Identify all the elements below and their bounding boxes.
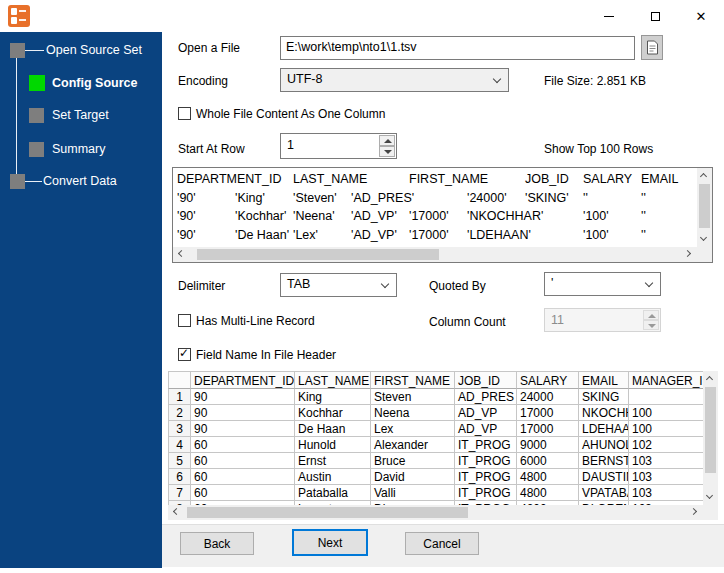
- cell: IT_PROG: [455, 453, 517, 469]
- cell: 4800: [517, 485, 579, 501]
- table-row[interactable]: 7 60 Pataballa Valli IT_PROG 4800 VPATAB…: [168, 485, 703, 501]
- sidebar-item-open-source-set: Open Source Set: [46, 43, 142, 57]
- cell: LDEHAAN: [579, 421, 629, 437]
- row-number: 4: [168, 437, 191, 453]
- browse-file-button[interactable]: [641, 35, 663, 60]
- table-row[interactable]: 5 60 Ernst Bruce IT_PROG 6000 BERNST 103: [168, 453, 703, 469]
- triangle-down-icon: [384, 150, 392, 154]
- app-icon-doc-bottom: [11, 17, 17, 24]
- start-at-row-stepper[interactable]: 1: [280, 133, 397, 159]
- cell: 9000: [517, 437, 579, 453]
- table-row[interactable]: 1 90 King Steven AD_PRES 24000 SKING: [168, 389, 703, 405]
- cell: Bruce: [371, 453, 455, 469]
- close-icon: ✕: [696, 10, 707, 23]
- quoted-by-select[interactable]: ': [544, 272, 661, 296]
- preview-horizontal-scrollbar[interactable]: [173, 247, 697, 262]
- column-header-job-id[interactable]: JOB_ID: [455, 371, 517, 389]
- cell: AD_VP: [455, 421, 517, 437]
- column-header-department-id[interactable]: DEPARTMENT_ID: [191, 371, 295, 389]
- cell: AD_PRES: [455, 389, 517, 405]
- start-at-row-spin-buttons: [379, 135, 395, 157]
- cell: Ernst: [295, 453, 371, 469]
- cell: AD_VP: [455, 405, 517, 421]
- cell: 90: [191, 405, 295, 421]
- next-button[interactable]: Next: [292, 529, 368, 556]
- raw-preview-line: '90' 'De Haan' 'Lex' 'AD_VP' '17000' 'LD…: [177, 226, 697, 245]
- scroll-up-arrow[interactable]: [703, 371, 718, 386]
- scroll-left-arrow[interactable]: [168, 505, 183, 520]
- step-marker-open-source-set: [10, 43, 25, 58]
- document-icon: [646, 40, 659, 55]
- grid-hscroll-thumb[interactable]: [187, 507, 468, 518]
- cell: DAUSTIN: [579, 469, 629, 485]
- cancel-button[interactable]: Cancel: [405, 532, 479, 555]
- back-button[interactable]: Back: [180, 532, 254, 555]
- app-icon-dash-bottom: [19, 19, 26, 21]
- table-row[interactable]: 2 90 Kochhar Neena AD_VP 17000 NKOCHHAR …: [168, 405, 703, 421]
- scroll-right-arrow[interactable]: [688, 505, 703, 520]
- spin-down-button[interactable]: [379, 146, 395, 157]
- scroll-up-arrow[interactable]: [697, 168, 712, 183]
- scroll-left-arrow[interactable]: [173, 247, 188, 262]
- open-file-label: Open a File: [178, 41, 240, 55]
- cell: [629, 389, 703, 405]
- scrollbar-corner: [697, 247, 712, 262]
- cell: 103: [629, 453, 703, 469]
- row-number: 1: [168, 389, 191, 405]
- maximize-button[interactable]: [632, 0, 678, 32]
- column-header-first-name[interactable]: FIRST_NAME: [371, 371, 455, 389]
- table-row[interactable]: 3 90 De Haan Lex AD_VP 17000 LDEHAAN 100: [168, 421, 703, 437]
- app-icon-doc-top: [11, 8, 17, 15]
- sidebar-item-convert-data: Convert Data: [43, 174, 117, 188]
- chevron-down-icon: [493, 75, 501, 83]
- close-button[interactable]: ✕: [678, 0, 724, 32]
- cell: VPATABAL: [579, 485, 629, 501]
- cell: 100: [629, 405, 703, 421]
- raw-preview-line: DEPARTMENT_ID LAST_NAME FIRST_NAME JOB_I…: [177, 170, 697, 189]
- whole-file-one-column-checkbox[interactable]: [178, 107, 191, 120]
- spin-up-button: [643, 310, 659, 320]
- spin-down-button: [643, 320, 659, 330]
- grid-horizontal-scrollbar[interactable]: [168, 505, 703, 520]
- sidebar-item-config-source: Config Source: [52, 76, 137, 90]
- delimiter-select[interactable]: TAB: [280, 273, 397, 297]
- raw-preview-text[interactable]: DEPARTMENT_ID LAST_NAME FIRST_NAME JOB_I…: [173, 168, 697, 247]
- field-name-in-header-checkbox[interactable]: ✓: [178, 348, 191, 361]
- minimize-button[interactable]: [586, 0, 632, 32]
- multi-line-record-checkbox[interactable]: [178, 314, 191, 327]
- scroll-right-arrow[interactable]: [682, 247, 697, 262]
- cell: IT_PROG: [455, 437, 517, 453]
- quoted-by-value: ': [551, 276, 553, 290]
- file-path-input[interactable]: E:\work\temp\nto1\1.tsv: [280, 36, 635, 60]
- cell: Valli: [371, 485, 455, 501]
- preview-vscroll-thumb[interactable]: [699, 184, 710, 228]
- table-row[interactable]: 6 60 Austin David IT_PROG 4800 DAUSTIN 1…: [168, 469, 703, 485]
- column-header-salary[interactable]: SALARY: [517, 371, 579, 389]
- step-connector-top: [25, 50, 44, 51]
- scroll-down-arrow[interactable]: [697, 232, 712, 247]
- column-header-email[interactable]: EMAIL: [579, 371, 629, 389]
- preview-vertical-scrollbar[interactable]: [697, 168, 712, 247]
- grid-vertical-scrollbar[interactable]: [703, 371, 718, 505]
- grid-header-row: DEPARTMENT_ID LAST_NAME FIRST_NAME JOB_I…: [168, 371, 703, 389]
- row-number: 2: [168, 405, 191, 421]
- grid-vscroll-thumb[interactable]: [705, 387, 716, 473]
- table-row[interactable]: 4 60 Hunold Alexander IT_PROG 9000 AHUNO…: [168, 437, 703, 453]
- encoding-select[interactable]: UTF-8: [280, 68, 509, 92]
- spin-up-button[interactable]: [379, 135, 395, 146]
- scroll-down-arrow[interactable]: [703, 490, 718, 505]
- cell: 90: [191, 389, 295, 405]
- cell: King: [295, 389, 371, 405]
- cell: 60: [191, 437, 295, 453]
- cell: Alexander: [371, 437, 455, 453]
- column-header-last-name[interactable]: LAST_NAME: [295, 371, 371, 389]
- cell: 102: [629, 437, 703, 453]
- maximize-icon: [651, 12, 660, 21]
- triangle-up-icon: [648, 314, 656, 318]
- cell: Neena: [371, 405, 455, 421]
- step-marker-config-source: [29, 75, 45, 91]
- preview-hscroll-thumb[interactable]: [197, 249, 439, 260]
- cell: NKOCHHAR: [579, 405, 629, 421]
- column-header-manager-id[interactable]: MANAGER_ID: [629, 371, 703, 389]
- cell: 103: [629, 469, 703, 485]
